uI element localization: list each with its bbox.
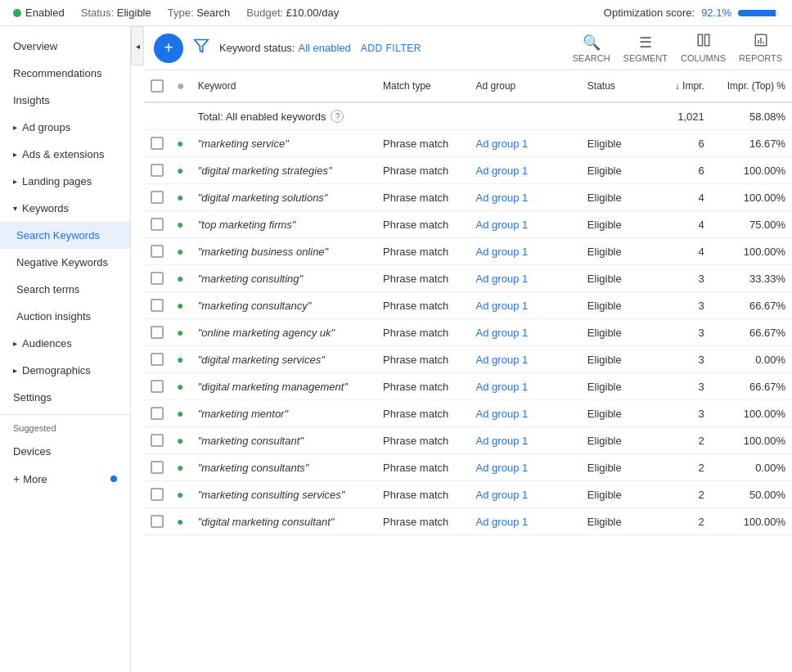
filter-pill[interactable]: Keyword status: All enabled: [219, 42, 351, 54]
row-status-dot: ●: [177, 407, 183, 420]
info-icon[interactable]: ?: [331, 110, 344, 123]
opt-value: 92.1%: [701, 7, 731, 19]
row-checkbox-4[interactable]: [151, 245, 164, 258]
row-checkbox-11[interactable]: [151, 434, 164, 447]
segment-button[interactable]: ☰ SEGMENT: [623, 34, 668, 63]
row-checkbox-1[interactable]: [151, 164, 164, 177]
row-keyword: "marketing service": [191, 130, 376, 157]
row-status: Eligible: [581, 130, 655, 157]
budget-label: Budget: £10.00/day: [246, 7, 339, 19]
row-checkbox-12[interactable]: [151, 461, 164, 474]
row-ad-group[interactable]: Ad group 1: [470, 454, 581, 481]
row-checkbox-13[interactable]: [151, 488, 164, 501]
sidebar-item-devices[interactable]: Devices: [0, 438, 130, 465]
row-ad-group[interactable]: Ad group 1: [470, 508, 581, 535]
sidebar-item-insights[interactable]: Insights: [0, 87, 130, 114]
sidebar-item-auction-insights[interactable]: Auction insights: [0, 303, 130, 330]
row-ad-group[interactable]: Ad group 1: [470, 130, 581, 157]
sidebar-item-landing-pages[interactable]: ▸ Landing pages: [0, 168, 130, 195]
row-status: Eligible: [581, 400, 655, 427]
chevron-icon: ▸: [13, 123, 17, 132]
columns-button[interactable]: COLUMNS: [681, 33, 726, 63]
row-checkbox-0[interactable]: [151, 137, 164, 150]
header-impr-top[interactable]: Impr. (Top) %: [711, 70, 792, 102]
row-ad-group[interactable]: Ad group 1: [470, 400, 581, 427]
sidebar-item-search-keywords[interactable]: Search Keywords: [0, 222, 130, 249]
row-checkbox-8[interactable]: [151, 353, 164, 366]
chevron-icon: ▾: [13, 204, 17, 213]
sidebar-item-ads-extensions[interactable]: ▸ Ads & extensions: [0, 141, 130, 168]
status-dot-icon: ●: [177, 79, 185, 92]
row-ad-group[interactable]: Ad group 1: [470, 184, 581, 211]
sidebar-item-demographics[interactable]: ▸ Demographics: [0, 357, 130, 384]
reports-button[interactable]: REPORTS: [739, 33, 782, 63]
row-ad-group[interactable]: Ad group 1: [470, 319, 581, 346]
row-ad-group[interactable]: Ad group 1: [470, 346, 581, 373]
row-checkbox-14[interactable]: [151, 515, 164, 528]
select-all-checkbox[interactable]: [151, 79, 164, 92]
table-row: ● "marketing consultancy" Phrase match A…: [144, 292, 792, 319]
row-status: Eligible: [581, 211, 655, 238]
filter-label: Keyword status:: [219, 42, 295, 54]
row-impr-top: 33.33%: [711, 265, 792, 292]
row-status-dot: ●: [177, 299, 183, 312]
columns-label: COLUMNS: [681, 53, 726, 63]
row-ad-group[interactable]: Ad group 1: [470, 238, 581, 265]
row-ad-group[interactable]: Ad group 1: [470, 265, 581, 292]
row-keyword: "marketing consulting": [191, 265, 376, 292]
row-ad-group[interactable]: Ad group 1: [470, 427, 581, 454]
row-ad-group[interactable]: Ad group 1: [470, 211, 581, 238]
header-status[interactable]: Status: [581, 70, 655, 102]
row-ad-group[interactable]: Ad group 1: [470, 292, 581, 319]
sidebar-more-button[interactable]: + More: [0, 465, 130, 493]
row-status-dot: ●: [177, 488, 183, 501]
status-value: Eligible: [117, 7, 151, 19]
row-ad-group[interactable]: Ad group 1: [470, 157, 581, 184]
row-match-type: Phrase match: [376, 157, 470, 184]
row-checkbox-3[interactable]: [151, 218, 164, 231]
row-status-dot: ●: [177, 353, 183, 366]
header-match-type[interactable]: Match type: [376, 70, 470, 102]
search-toolbar-button[interactable]: 🔍 SEARCH: [573, 34, 610, 63]
table-row: ● "digital marketing solutions" Phrase m…: [144, 184, 792, 211]
reports-icon: [754, 33, 768, 52]
sidebar-item-overview[interactable]: Overview: [0, 33, 130, 60]
row-checkbox-2[interactable]: [151, 191, 164, 204]
add-filter-button[interactable]: ADD FILTER: [361, 43, 421, 54]
sidebar-item-search-terms[interactable]: Search terms: [0, 276, 130, 303]
sidebar-item-settings[interactable]: Settings: [0, 384, 130, 411]
table-row: ● "marketing service" Phrase match Ad gr…: [144, 130, 792, 157]
row-impr-top: 66.67%: [711, 292, 792, 319]
row-checkbox-9[interactable]: [151, 380, 164, 393]
row-impr: 2: [655, 427, 711, 454]
columns-icon: [696, 33, 711, 52]
row-checkbox-5[interactable]: [151, 272, 164, 285]
opt-label: Optimization score:: [604, 7, 695, 19]
total-row: Total: All enabled keywords ? 1,021 58.0…: [144, 102, 792, 130]
sidebar-item-ad-groups[interactable]: ▸ Ad groups: [0, 114, 130, 141]
row-checkbox-6[interactable]: [151, 299, 164, 312]
row-status: Eligible: [581, 238, 655, 265]
row-checkbox-7[interactable]: [151, 326, 164, 339]
sidebar-item-negative-keywords[interactable]: Negative Keywords: [0, 249, 130, 276]
row-checkbox-10[interactable]: [151, 407, 164, 420]
add-button[interactable]: +: [154, 34, 183, 63]
filter-button[interactable]: [190, 34, 213, 61]
chevron-left-icon: ◂: [136, 42, 140, 51]
filter-value: All enabled: [299, 42, 351, 54]
row-status-dot: ●: [177, 218, 183, 231]
sidebar-collapse-toggle[interactable]: ◂: [131, 26, 144, 65]
row-impr-top: 100.00%: [711, 427, 792, 454]
table-row: ● "marketing consultant" Phrase match Ad…: [144, 427, 792, 454]
row-impr: 3: [655, 400, 711, 427]
sidebar-item-audiences[interactable]: ▸ Audiences: [0, 330, 130, 357]
header-impr[interactable]: ↓ Impr.: [655, 70, 711, 102]
row-ad-group[interactable]: Ad group 1: [470, 373, 581, 400]
header-ad-group[interactable]: Ad group: [470, 70, 581, 102]
header-keyword[interactable]: Keyword: [191, 70, 376, 102]
table-row: ● "digital marketing consultant" Phrase …: [144, 508, 792, 535]
row-ad-group[interactable]: Ad group 1: [470, 481, 581, 508]
sidebar-item-keywords[interactable]: ▾ Keywords: [0, 195, 130, 222]
sidebar-item-recommendations[interactable]: Recommendations: [0, 60, 130, 87]
header-checkbox[interactable]: [144, 70, 170, 102]
